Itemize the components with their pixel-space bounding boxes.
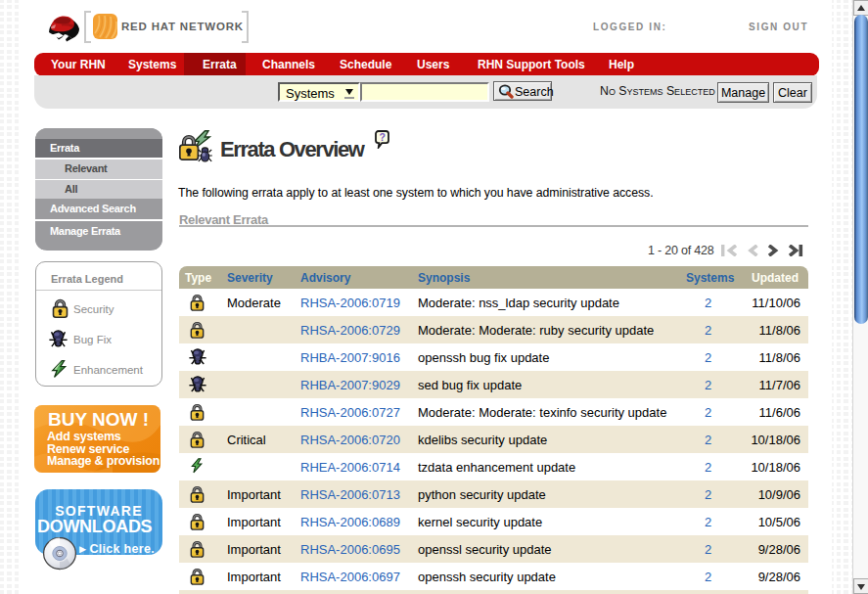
svg-text:?: ? [379, 131, 385, 143]
